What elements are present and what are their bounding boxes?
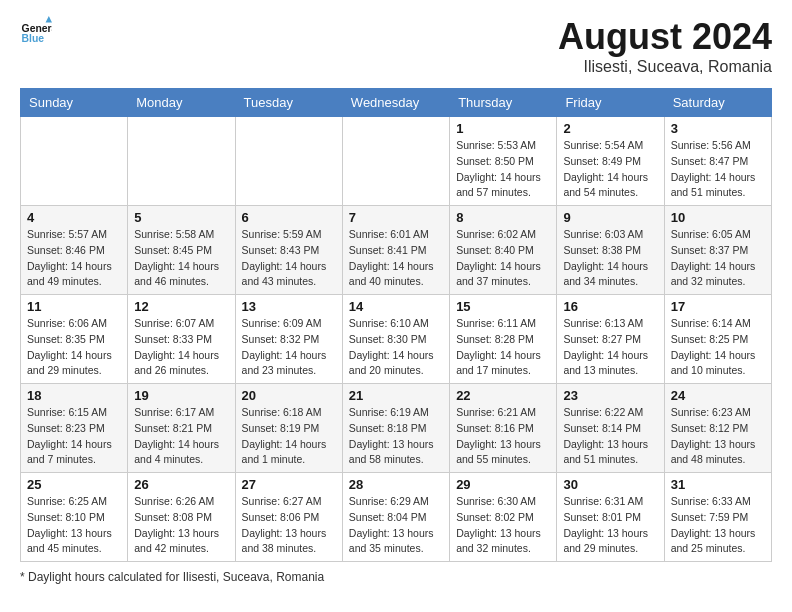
day-info: Sunrise: 6:03 AM Sunset: 8:38 PM Dayligh… xyxy=(563,227,657,290)
day-number: 10 xyxy=(671,210,765,225)
day-cell xyxy=(235,117,342,206)
weekday-header-monday: Monday xyxy=(128,89,235,117)
day-cell: 25Sunrise: 6:25 AM Sunset: 8:10 PM Dayli… xyxy=(21,473,128,562)
day-cell xyxy=(21,117,128,206)
day-info: Sunrise: 6:21 AM Sunset: 8:16 PM Dayligh… xyxy=(456,405,550,468)
location-title: Ilisesti, Suceava, Romania xyxy=(558,58,772,76)
day-cell: 13Sunrise: 6:09 AM Sunset: 8:32 PM Dayli… xyxy=(235,295,342,384)
day-cell: 15Sunrise: 6:11 AM Sunset: 8:28 PM Dayli… xyxy=(450,295,557,384)
day-cell: 3Sunrise: 5:56 AM Sunset: 8:47 PM Daylig… xyxy=(664,117,771,206)
day-cell: 24Sunrise: 6:23 AM Sunset: 8:12 PM Dayli… xyxy=(664,384,771,473)
day-info: Sunrise: 6:25 AM Sunset: 8:10 PM Dayligh… xyxy=(27,494,121,557)
day-info: Sunrise: 6:30 AM Sunset: 8:02 PM Dayligh… xyxy=(456,494,550,557)
day-cell: 10Sunrise: 6:05 AM Sunset: 8:37 PM Dayli… xyxy=(664,206,771,295)
day-number: 7 xyxy=(349,210,443,225)
footer-note-text: Daylight hours xyxy=(28,570,105,584)
svg-text:Blue: Blue xyxy=(22,33,45,44)
day-cell: 18Sunrise: 6:15 AM Sunset: 8:23 PM Dayli… xyxy=(21,384,128,473)
day-cell: 1Sunrise: 5:53 AM Sunset: 8:50 PM Daylig… xyxy=(450,117,557,206)
day-cell: 4Sunrise: 5:57 AM Sunset: 8:46 PM Daylig… xyxy=(21,206,128,295)
day-info: Sunrise: 6:13 AM Sunset: 8:27 PM Dayligh… xyxy=(563,316,657,379)
day-info: Sunrise: 5:57 AM Sunset: 8:46 PM Dayligh… xyxy=(27,227,121,290)
day-cell: 9Sunrise: 6:03 AM Sunset: 8:38 PM Daylig… xyxy=(557,206,664,295)
day-info: Sunrise: 6:01 AM Sunset: 8:41 PM Dayligh… xyxy=(349,227,443,290)
weekday-header-saturday: Saturday xyxy=(664,89,771,117)
day-info: Sunrise: 6:29 AM Sunset: 8:04 PM Dayligh… xyxy=(349,494,443,557)
day-number: 8 xyxy=(456,210,550,225)
logo-icon: General Blue xyxy=(20,16,52,48)
day-cell: 5Sunrise: 5:58 AM Sunset: 8:45 PM Daylig… xyxy=(128,206,235,295)
day-cell: 20Sunrise: 6:18 AM Sunset: 8:19 PM Dayli… xyxy=(235,384,342,473)
day-number: 4 xyxy=(27,210,121,225)
day-number: 14 xyxy=(349,299,443,314)
day-number: 25 xyxy=(27,477,121,492)
day-info: Sunrise: 5:56 AM Sunset: 8:47 PM Dayligh… xyxy=(671,138,765,201)
day-info: Sunrise: 5:54 AM Sunset: 8:49 PM Dayligh… xyxy=(563,138,657,201)
day-number: 27 xyxy=(242,477,336,492)
day-cell: 7Sunrise: 6:01 AM Sunset: 8:41 PM Daylig… xyxy=(342,206,449,295)
weekday-header-tuesday: Tuesday xyxy=(235,89,342,117)
day-number: 18 xyxy=(27,388,121,403)
weekday-header-row: SundayMondayTuesdayWednesdayThursdayFrid… xyxy=(21,89,772,117)
day-info: Sunrise: 6:26 AM Sunset: 8:08 PM Dayligh… xyxy=(134,494,228,557)
day-cell: 19Sunrise: 6:17 AM Sunset: 8:21 PM Dayli… xyxy=(128,384,235,473)
day-number: 11 xyxy=(27,299,121,314)
day-number: 21 xyxy=(349,388,443,403)
day-cell: 22Sunrise: 6:21 AM Sunset: 8:16 PM Dayli… xyxy=(450,384,557,473)
day-cell: 27Sunrise: 6:27 AM Sunset: 8:06 PM Dayli… xyxy=(235,473,342,562)
day-number: 16 xyxy=(563,299,657,314)
day-number: 12 xyxy=(134,299,228,314)
day-cell: 14Sunrise: 6:10 AM Sunset: 8:30 PM Dayli… xyxy=(342,295,449,384)
day-cell: 12Sunrise: 6:07 AM Sunset: 8:33 PM Dayli… xyxy=(128,295,235,384)
day-info: Sunrise: 6:19 AM Sunset: 8:18 PM Dayligh… xyxy=(349,405,443,468)
day-number: 6 xyxy=(242,210,336,225)
day-number: 26 xyxy=(134,477,228,492)
page-header: General Blue August 2024 Ilisesti, Sucea… xyxy=(20,16,772,76)
title-area: August 2024 Ilisesti, Suceava, Romania xyxy=(558,16,772,76)
day-info: Sunrise: 6:27 AM Sunset: 8:06 PM Dayligh… xyxy=(242,494,336,557)
week-row-3: 11Sunrise: 6:06 AM Sunset: 8:35 PM Dayli… xyxy=(21,295,772,384)
day-number: 19 xyxy=(134,388,228,403)
day-cell: 23Sunrise: 6:22 AM Sunset: 8:14 PM Dayli… xyxy=(557,384,664,473)
weekday-header-sunday: Sunday xyxy=(21,89,128,117)
week-row-2: 4Sunrise: 5:57 AM Sunset: 8:46 PM Daylig… xyxy=(21,206,772,295)
day-info: Sunrise: 6:11 AM Sunset: 8:28 PM Dayligh… xyxy=(456,316,550,379)
day-cell xyxy=(342,117,449,206)
svg-text:General: General xyxy=(22,23,52,34)
weekday-header-wednesday: Wednesday xyxy=(342,89,449,117)
day-number: 20 xyxy=(242,388,336,403)
day-number: 2 xyxy=(563,121,657,136)
day-info: Sunrise: 5:58 AM Sunset: 8:45 PM Dayligh… xyxy=(134,227,228,290)
day-cell: 31Sunrise: 6:33 AM Sunset: 7:59 PM Dayli… xyxy=(664,473,771,562)
day-info: Sunrise: 6:33 AM Sunset: 7:59 PM Dayligh… xyxy=(671,494,765,557)
day-number: 17 xyxy=(671,299,765,314)
week-row-1: 1Sunrise: 5:53 AM Sunset: 8:50 PM Daylig… xyxy=(21,117,772,206)
day-info: Sunrise: 6:18 AM Sunset: 8:19 PM Dayligh… xyxy=(242,405,336,468)
day-info: Sunrise: 6:06 AM Sunset: 8:35 PM Dayligh… xyxy=(27,316,121,379)
svg-marker-2 xyxy=(46,16,52,22)
day-cell xyxy=(128,117,235,206)
footer-note: * Daylight hours calculated for Ilisesti… xyxy=(20,570,772,584)
day-cell: 8Sunrise: 6:02 AM Sunset: 8:40 PM Daylig… xyxy=(450,206,557,295)
day-info: Sunrise: 6:23 AM Sunset: 8:12 PM Dayligh… xyxy=(671,405,765,468)
day-info: Sunrise: 6:14 AM Sunset: 8:25 PM Dayligh… xyxy=(671,316,765,379)
day-info: Sunrise: 6:31 AM Sunset: 8:01 PM Dayligh… xyxy=(563,494,657,557)
day-number: 24 xyxy=(671,388,765,403)
day-number: 1 xyxy=(456,121,550,136)
day-info: Sunrise: 6:15 AM Sunset: 8:23 PM Dayligh… xyxy=(27,405,121,468)
weekday-header-thursday: Thursday xyxy=(450,89,557,117)
month-title: August 2024 xyxy=(558,16,772,58)
day-cell: 30Sunrise: 6:31 AM Sunset: 8:01 PM Dayli… xyxy=(557,473,664,562)
day-info: Sunrise: 5:59 AM Sunset: 8:43 PM Dayligh… xyxy=(242,227,336,290)
day-cell: 11Sunrise: 6:06 AM Sunset: 8:35 PM Dayli… xyxy=(21,295,128,384)
week-row-4: 18Sunrise: 6:15 AM Sunset: 8:23 PM Dayli… xyxy=(21,384,772,473)
day-number: 15 xyxy=(456,299,550,314)
day-cell: 17Sunrise: 6:14 AM Sunset: 8:25 PM Dayli… xyxy=(664,295,771,384)
day-info: Sunrise: 6:07 AM Sunset: 8:33 PM Dayligh… xyxy=(134,316,228,379)
weekday-header-friday: Friday xyxy=(557,89,664,117)
day-cell: 28Sunrise: 6:29 AM Sunset: 8:04 PM Dayli… xyxy=(342,473,449,562)
day-number: 5 xyxy=(134,210,228,225)
day-number: 31 xyxy=(671,477,765,492)
day-number: 28 xyxy=(349,477,443,492)
day-number: 30 xyxy=(563,477,657,492)
